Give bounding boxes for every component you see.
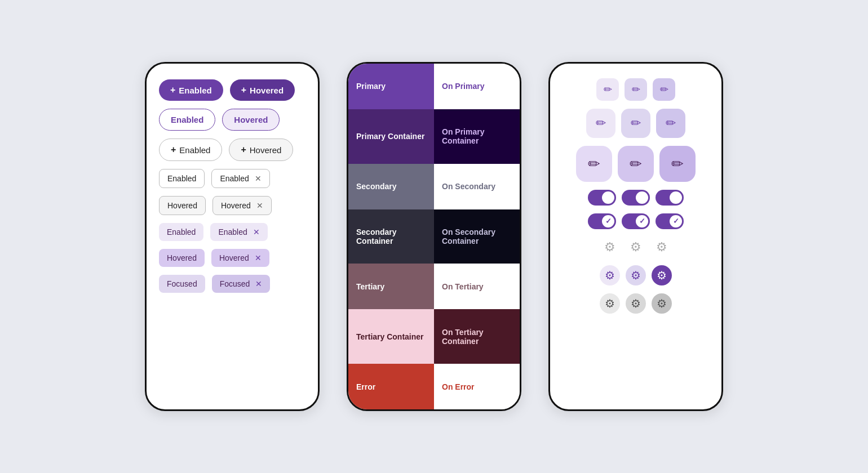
color-cell-on-primary-container: On Primary Container: [434, 109, 520, 164]
plus-icon: +: [241, 85, 246, 95]
close-icon[interactable]: ✕: [255, 253, 262, 262]
color-row-primary: Primary On Primary: [348, 64, 520, 109]
color-cell-primary-container: Primary Container: [348, 109, 434, 164]
pencil-icon: ✏: [630, 155, 642, 173]
gear-icon-circle-3[interactable]: ⚙: [652, 265, 672, 285]
phone-3: ✏ ✏ ✏ ✏ ✏ ✏: [548, 62, 723, 411]
btn-enabled-text[interactable]: + Enabled: [159, 139, 222, 161]
gear-icon-circle-1[interactable]: ⚙: [600, 265, 620, 285]
color-row-tertiary: Tertiary On Tertiary: [348, 264, 520, 309]
btn-row-chip-hovered: Hovered Hovered ✕: [159, 196, 305, 215]
fab-lg-2[interactable]: ✏: [618, 146, 654, 182]
color-cell-on-error: On Error: [434, 364, 520, 409]
toggle-on-3[interactable]: [656, 190, 684, 206]
btn-chip-focused-x[interactable]: Focused ✕: [212, 275, 271, 293]
toggle-on-2[interactable]: [622, 190, 650, 206]
fab-lg-1[interactable]: ✏: [576, 146, 612, 182]
color-grid: Primary On Primary Primary Container On …: [348, 64, 520, 409]
btn-hovered-text[interactable]: + Hovered: [229, 139, 293, 161]
btn-chip-purple-hovered[interactable]: Hovered: [159, 249, 205, 267]
gear-icon: ⚙: [605, 269, 615, 282]
btn-chip-hovered-x[interactable]: Hovered ✕: [212, 196, 272, 215]
color-row-error: Error On Error: [348, 364, 520, 409]
btn-chip-purple-hovered-x[interactable]: Hovered ✕: [211, 249, 269, 267]
color-cell-error: Error: [348, 364, 434, 409]
gear-icon: ⚙: [657, 297, 667, 310]
color-cell-tertiary-container: Tertiary Container: [348, 309, 434, 364]
btn-row-text-outlined: + Enabled + Hovered: [159, 139, 305, 161]
toggle-check-3[interactable]: [656, 213, 684, 229]
color-cell-on-secondary-container: On Secondary Container: [434, 209, 520, 264]
plus-icon: +: [241, 145, 246, 155]
btn-chip-purple-enabled[interactable]: Enabled: [159, 223, 203, 241]
color-cell-on-tertiary: On Tertiary: [434, 264, 520, 309]
color-row-tertiary-container: Tertiary Container On Tertiary Container: [348, 309, 520, 364]
fab-sm-3[interactable]: ✏: [653, 78, 675, 101]
btn-chip-enabled[interactable]: Enabled: [159, 169, 205, 188]
color-cell-on-primary: On Primary: [434, 64, 520, 109]
pencil-icon: ✏: [588, 155, 600, 173]
btn-hovered-outlined[interactable]: Hovered: [222, 109, 280, 131]
btn-row-chip-purple-hovered: Hovered Hovered ✕: [159, 249, 305, 267]
btn-row-filled: + Enabled + Hovered: [159, 79, 305, 101]
toggle-check-row: [560, 211, 711, 231]
pencil-icon: ✏: [596, 116, 606, 131]
gear-icon-plain-1[interactable]: ⚙: [600, 237, 620, 257]
color-cell-primary: Primary: [348, 64, 434, 109]
color-cell-secondary: Secondary: [348, 164, 434, 209]
toggle-on-1[interactable]: [588, 190, 616, 206]
toggle-check-2[interactable]: [622, 213, 650, 229]
color-row-secondary: Secondary On Secondary: [348, 164, 520, 209]
gear-icon-plain-2[interactable]: ⚙: [626, 237, 646, 257]
fab-md-3[interactable]: ✏: [656, 109, 685, 138]
fab-lg-3[interactable]: ✏: [659, 146, 696, 182]
btn-hovered-filled[interactable]: + Hovered: [230, 79, 295, 101]
btn-enabled-filled[interactable]: + Enabled: [159, 79, 223, 101]
gear-plain-row: ⚙ ⚙ ⚙: [560, 235, 711, 260]
pencil-icon: ✏: [604, 83, 612, 96]
fab-md-1[interactable]: ✏: [586, 109, 615, 138]
pencil-icon: ✏: [666, 116, 676, 131]
btn-row-chip-enabled: Enabled Enabled ✕: [159, 169, 305, 188]
gear-icon-grey-2[interactable]: ⚙: [626, 293, 646, 314]
gear-circle-row-1: ⚙ ⚙ ⚙: [560, 263, 711, 288]
btn-enabled-outlined[interactable]: Enabled: [159, 109, 215, 131]
fab-sm-1[interactable]: ✏: [596, 78, 619, 101]
fab-md-2[interactable]: ✏: [621, 109, 650, 138]
toggle-check-1[interactable]: [588, 213, 616, 229]
icon-grid: ✏ ✏ ✏ ✏ ✏ ✏: [560, 76, 711, 397]
color-cell-on-tertiary-container: On Tertiary Container: [434, 309, 520, 364]
color-row-secondary-container: Secondary Container On Secondary Contain…: [348, 209, 520, 264]
fab-sm-2[interactable]: ✏: [625, 78, 647, 101]
color-row-primary-container: Primary Container On Primary Container: [348, 109, 520, 164]
gear-icon: ⚙: [631, 297, 641, 310]
close-icon[interactable]: ✕: [256, 201, 263, 210]
plus-icon: +: [170, 85, 175, 95]
gear-icon-grey-3[interactable]: ⚙: [652, 293, 672, 314]
gear-icon-circle-2[interactable]: ⚙: [626, 265, 646, 285]
gear-icon-grey-1[interactable]: ⚙: [600, 293, 620, 314]
btn-chip-enabled-x[interactable]: Enabled ✕: [211, 169, 269, 188]
btn-chip-purple-enabled-x[interactable]: Enabled ✕: [210, 223, 267, 241]
close-icon[interactable]: ✕: [253, 227, 260, 236]
phone-2: Primary On Primary Primary Container On …: [347, 62, 521, 411]
gear-icon: ⚙: [657, 269, 667, 282]
phones-container: + Enabled + Hovered Enabled Hovered + En…: [145, 62, 723, 411]
color-cell-on-secondary: On Secondary: [434, 164, 520, 209]
btn-row-chip-purple-enabled: Enabled Enabled ✕: [159, 223, 305, 241]
gear-icon: ⚙: [631, 269, 641, 282]
btn-chip-focused[interactable]: Focused: [159, 275, 205, 293]
fab-lg-row: ✏ ✏ ✏: [560, 144, 711, 184]
close-icon[interactable]: ✕: [255, 174, 262, 183]
pencil-icon: ✏: [660, 83, 668, 96]
color-cell-secondary-container: Secondary Container: [348, 209, 434, 264]
fab-md-row: ✏ ✏ ✏: [560, 106, 711, 140]
plus-icon: +: [171, 145, 176, 155]
pencil-icon: ✏: [671, 155, 684, 173]
pencil-icon: ✏: [631, 116, 641, 131]
close-icon[interactable]: ✕: [255, 279, 262, 288]
gear-icon-plain-3[interactable]: ⚙: [652, 237, 672, 257]
btn-chip-hovered[interactable]: Hovered: [159, 196, 206, 215]
btn-row-chip-focused: Focused Focused ✕: [159, 275, 305, 293]
gear-circle-row-2: ⚙ ⚙ ⚙: [560, 291, 711, 316]
